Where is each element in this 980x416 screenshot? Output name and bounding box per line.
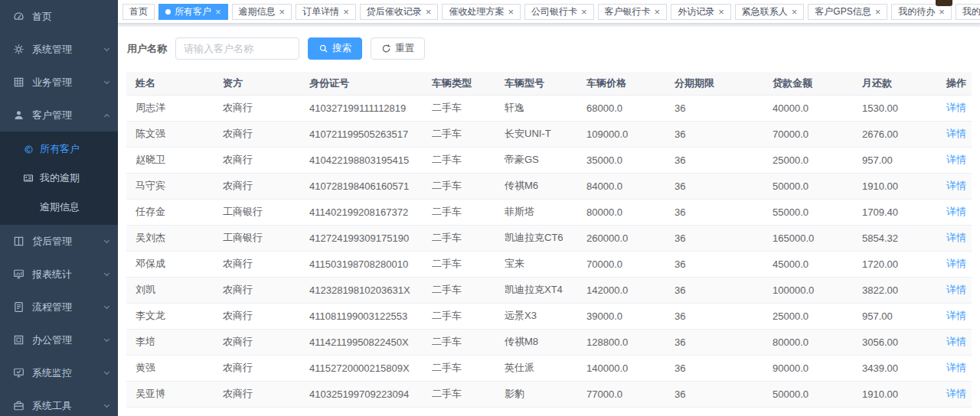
table-row: 陈文强农商行410721199505263517二手车长安UNI-T109000… bbox=[126, 121, 972, 147]
cell-loan_amount: 25000.0 bbox=[763, 147, 853, 173]
cell-funder: 工商银行 bbox=[214, 199, 300, 225]
cell-name: 黄强 bbox=[126, 355, 214, 381]
sidebar-item-label: 系统工具 bbox=[32, 399, 100, 413]
cell-loan_amount: 45000.0 bbox=[763, 251, 853, 277]
cell-loan_amount: 40000.0 bbox=[763, 95, 853, 121]
cell-vehicle_model: 帝豪GS bbox=[495, 147, 577, 173]
close-icon[interactable]: × bbox=[581, 7, 587, 17]
close-icon[interactable]: × bbox=[718, 7, 724, 17]
cell-monthly_payment: 3439.00 bbox=[853, 355, 937, 381]
cell-name: 刘凯 bbox=[126, 277, 214, 303]
search-icon bbox=[318, 44, 328, 54]
cell-loan_amount: 90000.0 bbox=[763, 355, 853, 381]
cell-name: 赵晓卫 bbox=[126, 147, 214, 173]
submenu-customer-mgmt: 所有客户我的逾期逾期信息 bbox=[0, 132, 118, 225]
sidebar-item-report-stats[interactable]: 报表统计 bbox=[0, 258, 118, 291]
tab-all-customers[interactable]: 所有客户× bbox=[158, 4, 228, 20]
tab-home[interactable]: 首页 bbox=[122, 4, 155, 20]
close-icon[interactable]: × bbox=[279, 7, 286, 17]
detail-link[interactable]: 详情 bbox=[946, 362, 966, 373]
detail-link[interactable]: 详情 bbox=[946, 388, 966, 399]
detail-link[interactable]: 详情 bbox=[946, 128, 966, 139]
reset-button[interactable]: 重置 bbox=[371, 37, 425, 60]
monitor-chart-icon bbox=[12, 268, 24, 281]
detail-link[interactable]: 详情 bbox=[946, 154, 966, 165]
detail-link[interactable]: 详情 bbox=[946, 180, 966, 191]
customer-name-input[interactable] bbox=[175, 37, 299, 60]
cell-term: 36 bbox=[665, 381, 763, 407]
cell-vehicle_type: 二手车 bbox=[423, 251, 495, 277]
cell-action: 详情 bbox=[937, 381, 972, 407]
detail-link[interactable]: 详情 bbox=[946, 336, 966, 347]
sidebar: 首页系统管理业务管理客户管理所有客户我的逾期逾期信息贷后管理报表统计流程管理办公… bbox=[0, 0, 118, 416]
sidebar-subitem-my-overdue[interactable]: 我的逾期 bbox=[0, 164, 118, 193]
sidebar-item-system-monitor[interactable]: 系统监控 bbox=[0, 356, 118, 389]
close-icon[interactable]: × bbox=[655, 7, 661, 17]
sidebar-subitem-all-customers[interactable]: 所有客户 bbox=[0, 135, 118, 164]
sidebar-item-home[interactable]: 首页 bbox=[0, 0, 118, 33]
close-icon[interactable]: × bbox=[875, 7, 881, 17]
cell-monthly_payment: 3822.00 bbox=[853, 277, 937, 303]
active-tab-dot bbox=[165, 9, 171, 15]
detail-link[interactable]: 详情 bbox=[946, 206, 966, 217]
close-icon[interactable]: × bbox=[426, 7, 432, 17]
cell-funder: 农商行 bbox=[214, 355, 300, 381]
reset-button-label: 重置 bbox=[395, 42, 414, 55]
cell-funder: 农商行 bbox=[214, 251, 300, 277]
tab-visit-record[interactable]: 外访记录× bbox=[671, 4, 731, 20]
cell-monthly_payment: 1709.40 bbox=[853, 199, 937, 225]
tab-customer-bankcard[interactable]: 客户银行卡× bbox=[598, 4, 668, 20]
sidebar-item-label: 系统管理 bbox=[32, 43, 100, 57]
cell-term: 36 bbox=[665, 199, 763, 225]
tab-customer-gps[interactable]: 客户GPS信息× bbox=[808, 4, 887, 20]
search-button[interactable]: 搜索 bbox=[308, 37, 362, 60]
close-icon[interactable]: × bbox=[792, 7, 798, 17]
cell-monthly_payment: 5854.32 bbox=[853, 225, 937, 251]
close-icon[interactable]: × bbox=[215, 7, 221, 17]
sidebar-item-process-mgmt[interactable]: 流程管理 bbox=[0, 291, 118, 323]
cell-vehicle_type: 二手车 bbox=[423, 329, 495, 355]
tab-order-detail[interactable]: 订单详情× bbox=[296, 4, 356, 20]
table-row: 黄强农商行41152720000215809X二手车英仕派140000.0369… bbox=[126, 355, 972, 381]
chevron-down-icon bbox=[104, 369, 109, 374]
cell-name: 马守宾 bbox=[126, 173, 214, 199]
sidebar-subitem-label: 逾期信息 bbox=[40, 200, 80, 214]
cell-vehicle_type: 二手车 bbox=[423, 303, 495, 329]
tab-overdue-info[interactable]: 逾期信息× bbox=[232, 4, 292, 20]
sidebar-item-customer-mgmt[interactable]: 客户管理 bbox=[0, 99, 118, 132]
sidebar-item-office-mgmt[interactable]: 办公管理 bbox=[0, 323, 118, 356]
avatar-partial[interactable] bbox=[936, 0, 952, 6]
table-row: 刘凯农商行41232819810203631X二手车凯迪拉克XT4142000.… bbox=[126, 277, 972, 303]
tab-my-process[interactable]: 我的流程× bbox=[956, 4, 980, 20]
detail-link[interactable]: 详情 bbox=[946, 310, 966, 321]
close-icon[interactable]: × bbox=[508, 7, 514, 17]
sidebar-item-business-mgmt[interactable]: 业务管理 bbox=[0, 66, 118, 99]
tab-collection-log[interactable]: 贷后催收记录× bbox=[360, 4, 439, 20]
sidebar-item-system-tools[interactable]: 系统工具 bbox=[0, 389, 118, 416]
cell-vehicle_model: 凯迪拉克XT4 bbox=[495, 277, 577, 303]
cell-loan_amount: 50000.0 bbox=[763, 381, 853, 407]
cell-funder: 农商行 bbox=[214, 147, 300, 173]
cell-monthly_payment: 1530.00 bbox=[853, 95, 937, 121]
sidebar-subitem-overdue-info[interactable]: 逾期信息 bbox=[0, 193, 118, 222]
sidebar-item-system-mgmt[interactable]: 系统管理 bbox=[0, 33, 118, 66]
detail-link[interactable]: 详情 bbox=[946, 232, 966, 243]
gear-icon bbox=[12, 44, 24, 56]
cell-name: 任存金 bbox=[126, 199, 214, 225]
chevron-down-icon bbox=[104, 237, 109, 242]
detail-link[interactable]: 详情 bbox=[946, 258, 966, 269]
tab-label: 催收处理方案 bbox=[449, 7, 504, 16]
tab-emergency-contact[interactable]: 紧急联系人× bbox=[735, 4, 805, 20]
close-icon[interactable]: × bbox=[939, 7, 945, 17]
tab-collection-plan[interactable]: 催收处理方案× bbox=[442, 4, 521, 20]
cell-term: 36 bbox=[665, 277, 763, 303]
sidebar-item-postloan-mgmt[interactable]: 贷后管理 bbox=[0, 225, 118, 258]
detail-link[interactable]: 详情 bbox=[946, 102, 966, 113]
cell-id_number: 410327199111112819 bbox=[300, 95, 423, 121]
close-icon[interactable]: × bbox=[343, 7, 349, 17]
tab-company-bankcard[interactable]: 公司银行卡× bbox=[524, 4, 594, 20]
cell-vehicle_type: 二手车 bbox=[423, 355, 495, 381]
tab-label: 我的待办 bbox=[898, 7, 935, 16]
detail-link[interactable]: 详情 bbox=[946, 284, 966, 295]
sidebar-item-label: 流程管理 bbox=[32, 301, 100, 314]
